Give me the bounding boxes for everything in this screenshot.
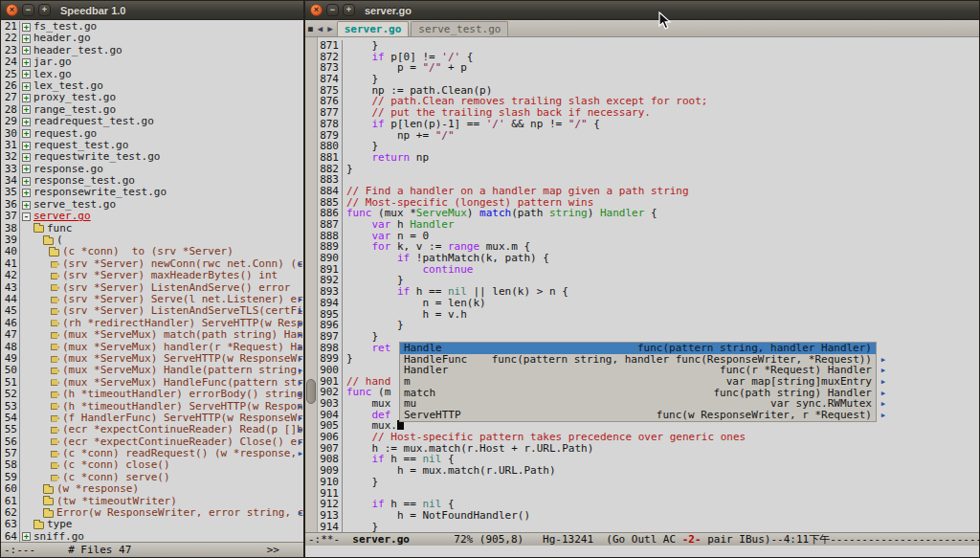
speedbar-item-label[interactable]: (ecr *expectContinueReader) Close() er: [62, 436, 303, 448]
code-area[interactable]: Handlefunc(pattern string, handler Handl…: [318, 37, 979, 532]
minimize-icon[interactable]: −: [22, 4, 34, 16]
speedbar-item-label[interactable]: (mux *ServeMux) match(path string) Han: [62, 329, 303, 341]
speedbar-modeline-arrows[interactable]: >>: [267, 543, 279, 557]
completion-item[interactable]: ServeHTTPfunc(w ResponseWriter, r *Reque…: [400, 410, 876, 421]
expand-icon[interactable]: +: [22, 532, 31, 541]
speedbar-item[interactable]: 48(mux *ServeMux) handler(r *Request) Ha…: [1, 342, 303, 353]
speedbar-item-label[interactable]: (ecr *expectContinueReader) Read(p []b: [62, 424, 303, 435]
speedbar-item-label[interactable]: requestwrite_test.go: [33, 151, 160, 163]
speedbar-item-label[interactable]: (h *timeoutHandler) errorBody() string: [62, 389, 303, 400]
selected-file-label[interactable]: server.go: [33, 211, 91, 222]
speedbar-item[interactable]: 56(ecr *expectContinueReader) Close() er…: [1, 436, 303, 448]
speedbar-item[interactable]: 49(mux *ServeMux) ServeHTTP(w ResponseWr…: [1, 353, 303, 365]
speedbar-item-label[interactable]: response.go: [33, 164, 103, 175]
speedbar-item[interactable]: 46(rh *redirectHandler) ServeHTTP(w Resp…: [1, 318, 303, 329]
close-icon[interactable]: ×: [310, 4, 323, 16]
speedbar-item-label[interactable]: (f HandlerFunc) ServeHTTP(w ResponseWr: [62, 413, 303, 424]
expand-icon[interactable]: +: [22, 58, 31, 67]
code-line[interactable]: 895 h = v.h: [318, 309, 979, 321]
speedbar-item[interactable]: 39(: [1, 234, 303, 246]
speedbar-item[interactable]: 30+request.go: [1, 128, 303, 140]
speedbar-item-label[interactable]: readrequest_test.go: [33, 116, 154, 127]
speedbar-item-label[interactable]: (c *conn) close(): [62, 459, 170, 471]
speedbar-item[interactable]: 47(mux *ServeMux) match(path string) Han…: [1, 329, 303, 341]
code-line[interactable]: 910 }: [318, 477, 979, 488]
speedbar-titlebar[interactable]: × − + Speedbar 1.0: [1, 1, 303, 20]
speedbar-item-label[interactable]: request_test.go: [33, 140, 128, 151]
speedbar-item[interactable]: 41(srv *Server) newConn(rwc net.Conn) (c…: [1, 258, 303, 270]
completion-item[interactable]: Handlefunc(pattern string, handler Handl…: [400, 343, 876, 354]
speedbar-item[interactable]: 25+lex.go: [1, 69, 303, 80]
speedbar-item[interactable]: 59(c *conn) serve(): [1, 472, 303, 483]
speedbar-item-label[interactable]: sniff.go: [33, 531, 84, 542]
speedbar-item[interactable]: 61(tw *timeoutWriter): [1, 496, 303, 507]
speedbar-item-label[interactable]: fs_test.go: [33, 21, 97, 33]
speedbar-item[interactable]: 52(h *timeoutHandler) errorBody() string…: [1, 389, 303, 400]
speedbar-item[interactable]: 35+responsewrite_test.go: [1, 187, 303, 198]
expand-icon[interactable]: +: [22, 129, 31, 138]
expand-icon[interactable]: +: [22, 82, 31, 91]
code-line[interactable]: 909 h = mux.match(r.URL.Path): [318, 465, 979, 477]
speedbar-item[interactable]: 54(f HandlerFunc) ServeHTTP(w ResponseWr…: [1, 413, 303, 424]
expand-icon[interactable]: +: [22, 118, 31, 126]
expand-icon[interactable]: +: [22, 23, 31, 32]
speedbar-item-label[interactable]: (tw *timeoutWriter): [56, 496, 177, 507]
speedbar-item-label[interactable]: response_test.go: [33, 175, 135, 187]
speedbar-item[interactable]: 53(h *timeoutHandler) ServeHTTP(w Respon…: [1, 401, 303, 413]
speedbar-item[interactable]: 57(c *conn) readRequest() (w *response, …: [1, 448, 303, 459]
minimize-icon[interactable]: −: [326, 4, 339, 16]
speedbar-item-label[interactable]: Error(w ResponseWriter, error string, c: [56, 507, 303, 519]
vertical-scrollbar[interactable]: [305, 37, 318, 532]
completion-item[interactable]: mvar map[string]muxEntry▶: [400, 376, 876, 388]
speedbar-item-label[interactable]: (mux *ServeMux) HandleFunc(pattern str: [62, 377, 303, 389]
expand-icon[interactable]: +: [22, 153, 31, 162]
expand-icon[interactable]: +: [22, 177, 31, 186]
speedbar-item[interactable]: 34+response_test.go: [1, 175, 303, 187]
editor-titlebar[interactable]: × − + server.go: [305, 1, 979, 20]
speedbar-item[interactable]: 58(c *conn) close(): [1, 459, 303, 471]
speedbar-file-tree[interactable]: 21+fs_test.go22+header.go23+header_test.…: [1, 20, 303, 542]
maximize-icon[interactable]: +: [343, 4, 355, 16]
echo-area[interactable]: [305, 546, 979, 557]
tab-serve-test-go[interactable]: serve_test.go: [411, 21, 508, 36]
speedbar-item[interactable]: 60(w *response): [1, 483, 303, 495]
speedbar-item[interactable]: 40(c *conn) to (srv *Server): [1, 246, 303, 257]
speedbar-item[interactable]: 32+requestwrite_test.go: [1, 151, 303, 163]
speedbar-item-label[interactable]: (mux *ServeMux) handler(r *Request) Ha: [62, 342, 303, 353]
speedbar-item[interactable]: 23+header_test.go: [1, 45, 303, 56]
speedbar-item[interactable]: 29+readrequest_test.go: [1, 116, 303, 127]
speedbar-item-label[interactable]: range_test.go: [33, 104, 116, 116]
expand-icon[interactable]: +: [22, 165, 31, 173]
speedbar-item[interactable]: 21+fs_test.go: [1, 21, 303, 33]
buffer-list-icon[interactable]: ■: [308, 25, 313, 33]
speedbar-item-label[interactable]: responsewrite_test.go: [33, 187, 167, 198]
speedbar-item-label[interactable]: (c *conn) to (srv *Server): [62, 246, 234, 257]
maximize-icon[interactable]: +: [38, 4, 51, 16]
speedbar-item-label[interactable]: (srv *Server) ListenAndServeTLS(certFi: [62, 305, 303, 317]
speedbar-item-label[interactable]: (srv *Server) ListenAndServe() error: [62, 282, 290, 294]
back-icon[interactable]: ◀: [318, 25, 323, 33]
forward-icon[interactable]: ▶: [327, 25, 332, 33]
expand-icon[interactable]: +: [22, 94, 31, 102]
speedbar-item-label[interactable]: header_test.go: [33, 45, 122, 56]
expand-icon[interactable]: +: [22, 142, 31, 150]
speedbar-item-label[interactable]: header.go: [33, 33, 91, 44]
speedbar-item[interactable]: 43(srv *Server) ListenAndServe() error: [1, 282, 303, 294]
speedbar-item[interactable]: 28+range_test.go: [1, 104, 303, 116]
code-line[interactable]: 881 return np: [318, 152, 979, 164]
speedbar-item[interactable]: 22+header.go: [1, 33, 303, 44]
speedbar-item[interactable]: 38func: [1, 223, 303, 234]
collapse-icon[interactable]: -: [22, 212, 31, 221]
speedbar-item[interactable]: 42(srv *Server) maxHeaderBytes() int: [1, 270, 303, 281]
speedbar-item-label[interactable]: (c *conn) readRequest() (w *response,: [62, 448, 303, 459]
expand-icon[interactable]: +: [22, 189, 31, 197]
code-line[interactable]: 891 continue: [318, 264, 979, 276]
speedbar-item-label[interactable]: (w *response): [56, 483, 139, 495]
code-line[interactable]: 879 np += "/": [318, 130, 979, 142]
expand-icon[interactable]: +: [22, 201, 31, 210]
speedbar-item-label[interactable]: lex.go: [33, 69, 72, 80]
code-line[interactable]: 873 p = "/" + p: [318, 62, 979, 74]
code-line[interactable]: 897 }: [318, 331, 979, 343]
speedbar-item[interactable]: 50(mux *ServeMux) Handle(pattern string,…: [1, 365, 303, 376]
speedbar-item[interactable]: 45(srv *Server) ListenAndServeTLS(certFi…: [1, 305, 303, 317]
